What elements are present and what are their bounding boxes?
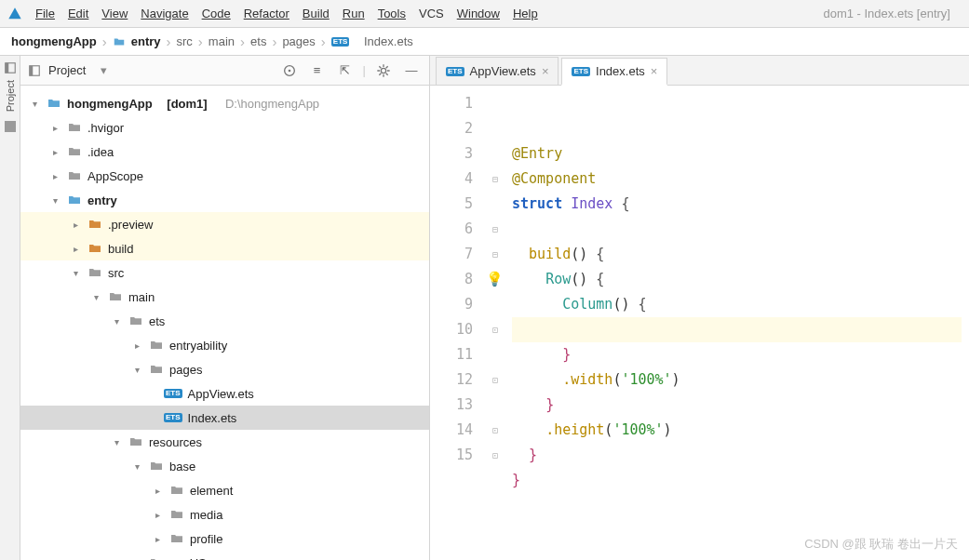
folder-icon [149,362,164,377]
sidestrip: Project [0,56,20,560]
svg-point-6 [381,68,385,73]
project-tree[interactable]: ▾hongmengApp [dom1] D:\hongmengApp ▸.hvi… [20,86,429,560]
tree-media[interactable]: ▸media [20,502,429,527]
folder-icon [169,507,184,522]
svg-point-5 [288,69,290,72]
tab-index[interactable]: ETSIndex.ets× [561,58,667,86]
folder-icon [128,434,143,449]
locate-button[interactable] [279,60,300,81]
gear-icon [376,63,391,78]
project-title[interactable]: Project ▾ [48,63,107,77]
bulb-icon[interactable]: 💡 [486,271,504,287]
watermark: CSDN @跟 耿瑞 卷出一片天 [804,536,958,553]
project-header: Project ▾ ≡ ⇱ | — [20,56,429,86]
tree-pages[interactable]: ▾pages [20,357,429,381]
window-title: dom1 - Index.ets [entry] [823,7,962,20]
tree-root[interactable]: ▾hongmengApp [dom1] D:\hongmengApp [20,91,429,115]
fold-strip: ⊟ ⊟⊟💡 ⊡ ⊡ ⊡⊡ [486,86,505,560]
tree-main[interactable]: ▾main [20,285,429,309]
ets-file-icon: ETS [446,67,464,76]
folder-icon [169,531,184,546]
menu-vcs[interactable]: VCS [419,7,444,20]
tree-appview-file[interactable]: ETSAppView.ets [20,381,429,406]
tree-preview[interactable]: ▸.preview [20,212,429,236]
folder-icon [87,241,102,256]
menu-window[interactable]: Window [457,7,500,20]
sidestrip-tool[interactable] [5,121,16,132]
tree-appscope[interactable]: ▸AppScope [20,164,429,188]
expand-all-button[interactable]: ≡ [307,60,328,81]
folder-icon [87,265,102,280]
close-icon[interactable]: × [542,64,549,78]
module-icon [67,193,82,207]
editor-body[interactable]: 123456789101112131415 ⊟ ⊟⊟💡 ⊡ ⊡ ⊡⊡ @Entr… [430,86,969,560]
menubar: File Edit View Navigate Code Refactor Bu… [0,0,969,28]
tree-src[interactable]: ▾src [20,260,429,285]
tree-base[interactable]: ▾base [20,454,429,478]
ets-file-icon: ETS [164,389,182,398]
hide-button[interactable]: — [401,60,422,81]
code-area[interactable]: @Entry @Component struct Index { build()… [505,86,969,560]
crumb-src[interactable]: src [177,34,193,48]
folder-icon [67,120,82,135]
menu-navigate[interactable]: Navigate [141,7,188,20]
crumb-main[interactable]: main [209,34,235,48]
crumb-index[interactable]: ETS Index.ets [331,34,413,48]
tree-entryability[interactable]: ▸entryability [20,333,429,357]
svg-rect-3 [30,65,34,75]
folder-icon [149,459,164,473]
app-logo [7,7,22,21]
folder-icon [128,313,143,328]
menu-edit[interactable]: Edit [68,7,88,20]
gutter: 123456789101112131415 [430,86,486,560]
svg-rect-1 [5,63,8,73]
tree-index-file[interactable]: ETSIndex.ets [20,406,429,430]
tree-element[interactable]: ▸element [20,478,429,502]
menu-tools[interactable]: Tools [378,7,406,20]
menu-code[interactable]: Code [202,7,231,20]
ets-file-icon: ETS [572,67,590,76]
folder-icon [67,144,82,159]
crumb-project[interactable]: hongmengApp [11,34,97,48]
module-icon [47,96,61,111]
crumb-pages[interactable]: pages [282,34,315,48]
tree-resources[interactable]: ▾resources [20,430,429,454]
tree-build[interactable]: ▸build [20,236,429,260]
crumb-ets[interactable]: ets [250,34,266,48]
close-icon[interactable]: × [651,64,658,78]
tree-hvigor[interactable]: ▸.hvigor [20,115,429,140]
menu-refactor[interactable]: Refactor [244,7,289,20]
sidestrip-project[interactable]: Project [5,80,16,112]
project-panel: Project ▾ ≡ ⇱ | — ▾hongmengApp [dom1] D:… [20,56,430,560]
collapse-all-button[interactable]: ⇱ [335,60,356,81]
folder-icon [108,289,123,304]
editor-tabs: ETSAppView.ets× ETSIndex.ets× [430,56,969,86]
tree-idea[interactable]: ▸.idea [20,140,429,164]
tree-entry[interactable]: ▾entry [20,188,429,212]
folder-icon [169,483,184,498]
tree-en-us[interactable]: ▸en_US [20,551,429,560]
project-view-icon [28,64,41,77]
menu-build[interactable]: Build [303,7,330,20]
crumb-entry[interactable]: entry [113,34,161,48]
tree-profile[interactable]: ▸profile [20,527,429,551]
menu-run[interactable]: Run [343,7,365,20]
folder-icon [149,338,164,353]
folder-icon [149,555,164,560]
breadcrumb: hongmengApp › entry › src › main › ets ›… [0,28,969,56]
tree-ets[interactable]: ▾ets [20,309,429,333]
tab-appview[interactable]: ETSAppView.ets× [436,57,559,85]
menu-help[interactable]: Help [513,7,538,20]
folder-icon [67,168,82,183]
editor: ETSAppView.ets× ETSIndex.ets× 1234567891… [430,56,969,560]
ets-badge-icon: ETS [331,37,350,47]
folder-icon [87,217,102,232]
settings-button[interactable] [373,60,394,81]
menu-view[interactable]: View [101,7,128,20]
ets-file-icon: ETS [164,413,182,422]
menu-file[interactable]: File [35,7,55,20]
project-tool-icon[interactable] [4,61,17,74]
